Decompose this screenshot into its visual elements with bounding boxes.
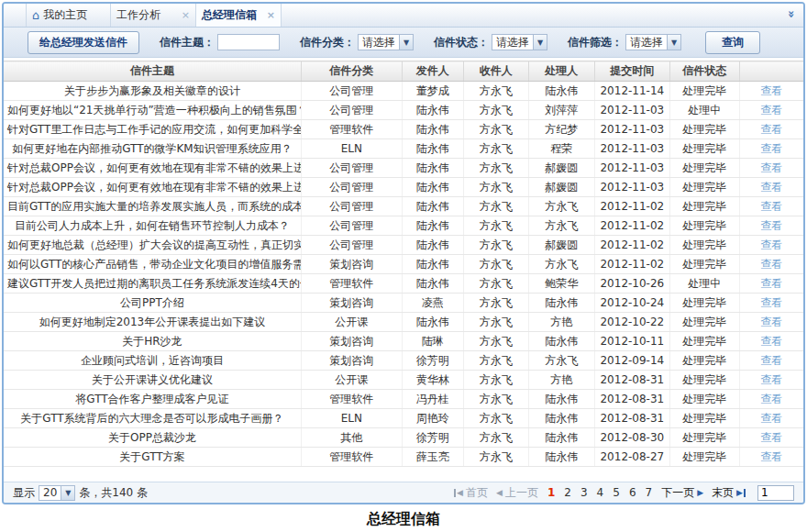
page-number-2[interactable]: 2 <box>563 486 572 499</box>
cell-sender: 陆永伟 <box>402 101 463 120</box>
cell-recipient: 方永飞 <box>463 178 528 197</box>
view-link[interactable]: 查看 <box>760 296 782 309</box>
table-row: 关于步步为赢形象及相关徽章的设计公司管理董梦成方永飞陆永伟2012-11-14处… <box>4 82 803 101</box>
tab-gm-mailbox[interactable]: 总经理信箱 × <box>196 4 282 27</box>
category-select-value: 请选择 <box>359 35 399 50</box>
cell-view: 查看 <box>739 332 803 351</box>
cell-handler: 陆永伟 <box>528 82 594 101</box>
cell-category: 公司管理 <box>301 159 402 178</box>
view-link[interactable]: 查看 <box>760 104 782 116</box>
cell-view: 查看 <box>739 409 803 428</box>
page-number-3[interactable]: 3 <box>580 486 589 499</box>
view-link[interactable]: 查看 <box>760 181 782 194</box>
view-link[interactable]: 查看 <box>760 161 782 174</box>
view-link[interactable]: 查看 <box>760 219 782 232</box>
cell-recipient: 方永飞 <box>463 428 528 448</box>
view-link[interactable]: 查看 <box>760 335 782 348</box>
view-link[interactable]: 查看 <box>760 412 782 425</box>
page-number-6[interactable]: 6 <box>628 486 637 499</box>
status-select[interactable]: 请选择 ▼ <box>492 34 547 50</box>
page-number-5[interactable]: 5 <box>612 486 621 499</box>
category-select[interactable]: 请选择 ▼ <box>358 34 414 50</box>
goto-page-input[interactable] <box>757 485 794 501</box>
close-icon[interactable]: × <box>182 10 190 20</box>
last-page-icon: ▶ <box>736 489 746 497</box>
subject-input[interactable] <box>217 34 280 50</box>
collapse-chevron-icon[interactable]: » <box>785 10 797 17</box>
cell-category: ELN <box>301 139 402 159</box>
last-page-button[interactable]: 末页 ▶ <box>712 485 746 501</box>
table-row: 关于HR沙龙策划咨询陆琳方永飞陆永伟2012-10-11处理完毕查看 <box>4 332 803 351</box>
table-row: 如何以GTT的核心产品销售，带动企业文化项目的增值服务需求？策划咨询陆永伟方永飞… <box>4 255 803 274</box>
table-row: 企业顾问式培训，近咨询项目策划咨询徐芳明方永飞方永飞2012-09-14处理完毕… <box>4 351 803 371</box>
next-page-button[interactable]: 下一页 ▶ <box>661 485 703 501</box>
view-link[interactable]: 查看 <box>760 373 782 386</box>
first-page-icon: ◀ <box>454 489 463 497</box>
view-link[interactable]: 查看 <box>760 142 782 155</box>
view-link[interactable]: 查看 <box>760 258 782 271</box>
home-icon: ⌂ <box>32 9 39 21</box>
cell-sender: 徐芳明 <box>402 351 463 371</box>
view-link[interactable]: 查看 <box>760 200 782 213</box>
cell-subject: 关于公开课讲义优化建议 <box>4 371 301 390</box>
view-link[interactable]: 查看 <box>760 354 782 367</box>
cell-sender: 陆永伟 <box>402 236 463 255</box>
dropdown-arrow-icon: ▼ <box>533 35 547 50</box>
cell-handler: 程荣 <box>528 139 594 159</box>
view-link[interactable]: 查看 <box>760 238 782 251</box>
page-number-7[interactable]: 7 <box>645 486 654 499</box>
cell-sender: 冯丹桂 <box>402 390 463 409</box>
status-label: 信件状态： <box>434 35 489 50</box>
cell-subject: 关于GTT方案 <box>4 448 301 467</box>
tab-work-analysis[interactable]: 工作分析 × <box>111 4 196 27</box>
cell-handler: 方艳 <box>528 313 594 332</box>
view-link[interactable]: 查看 <box>760 84 782 97</box>
cell-view: 查看 <box>739 120 803 139</box>
query-button[interactable]: 查询 <box>705 31 760 54</box>
table-row: 关于GTT方案管理软件薛玉亮方永飞陆永伟2012-08-27处理完毕查看 <box>4 448 803 467</box>
prev-page-button[interactable]: ◀ 上一页 <box>496 485 538 501</box>
view-link[interactable]: 查看 <box>760 123 782 136</box>
first-page-button[interactable]: ◀ 首页 <box>454 485 488 501</box>
cell-sender: 陆永伟 <box>402 159 463 178</box>
cell-recipient: 方永飞 <box>463 390 528 409</box>
view-link[interactable]: 查看 <box>760 450 782 463</box>
page-title: 总经理信箱 <box>0 510 807 529</box>
cell-category: 其他 <box>301 428 402 448</box>
page-size-select[interactable]: 20 ▼ <box>39 485 75 501</box>
column-header <box>739 61 803 82</box>
cell-subject: 如何以GTT的核心产品销售，带动企业文化项目的增值服务需求？ <box>4 255 301 274</box>
first-page-label: 首页 <box>466 485 488 501</box>
send-letter-button[interactable]: 给总经理发送信件 <box>28 31 139 54</box>
tab-my-homepage[interactable]: ⌂ 我的主页 <box>26 4 111 27</box>
cell-recipient: 方永飞 <box>463 159 528 178</box>
cell-status: 处理完毕 <box>669 159 739 178</box>
mailbox-panel: ⌂ 我的主页 工作分析 × 总经理信箱 × » 给总经理发送信件 信件主题： 信… <box>2 2 805 504</box>
cell-view: 查看 <box>739 448 803 467</box>
page-number-1[interactable]: 1 <box>547 486 556 499</box>
cell-handler: 郝媛圆 <box>528 159 594 178</box>
cell-time: 2012-08-31 <box>594 371 669 390</box>
table-row: 针对总裁OPP会议，如何更有效地在现有非常不错的效果上进一步优化提公司管理陆永伟… <box>4 159 803 178</box>
page-number-4[interactable]: 4 <box>596 486 605 499</box>
cell-subject: 将GTT合作客户整理成客户见证 <box>4 390 301 409</box>
cell-recipient: 方永飞 <box>463 448 528 467</box>
cell-view: 查看 <box>739 197 803 216</box>
cell-time: 2012-11-02 <box>594 236 669 255</box>
filter-label: 信件筛选： <box>568 35 623 50</box>
cell-handler: 方纪梦 <box>528 120 594 139</box>
cell-status: 处理完毕 <box>669 371 739 390</box>
cell-recipient: 方永飞 <box>463 255 528 274</box>
view-link[interactable]: 查看 <box>760 393 782 405</box>
view-link[interactable]: 查看 <box>760 431 782 444</box>
status-select-value: 请选择 <box>492 35 533 50</box>
view-link[interactable]: 查看 <box>760 277 782 290</box>
close-icon[interactable]: × <box>267 10 275 20</box>
cell-sender: 陆永伟 <box>402 197 463 216</box>
filter-select[interactable]: 请选择 ▼ <box>625 34 681 50</box>
cell-status: 处理完毕 <box>669 428 739 448</box>
dropdown-arrow-icon: ▼ <box>667 35 680 50</box>
table-row: 如何更好地制定2013年公开课表提出如下建议公开课陆永伟方永飞方艳2012-10… <box>4 313 803 332</box>
view-link[interactable]: 查看 <box>760 316 782 328</box>
cell-category: 策划咨询 <box>301 294 402 313</box>
